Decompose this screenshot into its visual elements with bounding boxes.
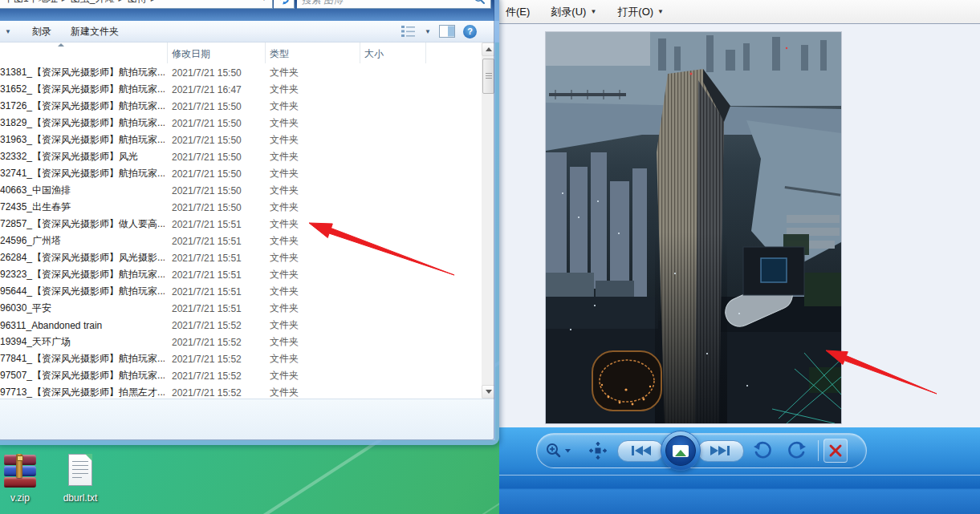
file-type: 文件夹 [270,234,350,248]
file-name: 72857_【资深风光摄影师】做人要高... [0,217,165,231]
file-date-modified: 2021/7/21 15:52 [172,370,262,382]
file-date-modified: 2021/7/21 15:51 [172,236,262,247]
rotate-counterclockwise-button[interactable] [744,441,781,460]
scroll-down-button[interactable] [482,385,495,399]
play-slideshow-button[interactable] [661,431,701,471]
preview-pane-icon[interactable] [439,25,455,38]
file-name: 26284_【资深风光摄影师】风光摄影... [0,251,165,265]
file-row[interactable]: 96311_Abandoned train 2021/7/21 15:52 文件… [0,317,482,334]
file-name: 97507_【资深风光摄影师】航拍玩家... [0,369,165,382]
previous-button[interactable] [617,440,664,462]
search-box [297,0,491,9]
column-header-type[interactable]: 类型 [270,47,289,61]
file-name: 31381_【资深风光摄影师】航拍玩家... [0,66,165,79]
views-icon[interactable] [401,25,417,38]
command-bar: ▼ 刻录 新建文件夹 ▼ ? [0,21,499,42]
scrollbar[interactable] [482,42,495,399]
file-date-modified: 2021/7/21 15:51 [172,253,262,264]
breadcrumb[interactable]: 下图1个地址 ▶ 图虫_外滩 ▶ 图博 ▶ ▼ [0,0,273,9]
file-row[interactable]: 97507_【资深风光摄影师】航拍玩家... 2021/7/21 15:52 文… [0,367,482,384]
file-type: 文件夹 [270,116,350,130]
file-date-modified: 2021/7/21 15:51 [172,303,262,314]
file-row[interactable]: 32741_【资深风光摄影师】航拍玩家... 2021/7/21 15:50 文… [0,165,482,182]
search-icon[interactable] [474,0,486,5]
desktop-icon-vzip[interactable]: v.zip [0,454,50,504]
file-row[interactable]: 77841_【资深风光摄影师】航拍玩家... 2021/7/21 15:52 文… [0,350,482,367]
breadcrumb-item-root[interactable]: 下图1个地址 [2,0,60,6]
file-date-modified: 2021/7/21 15:52 [172,320,262,331]
scrollbar-thumb[interactable] [482,59,494,94]
file-row[interactable]: 96030_平安 2021/7/21 15:51 文件夹 [0,300,482,317]
details-pane [0,399,495,440]
chevron-down-icon [564,448,571,453]
file-row[interactable]: 19394_天环广场 2021/7/21 15:52 文件夹 [0,334,482,350]
file-date-modified: 2021/7/21 16:47 [172,84,262,95]
file-type: 文件夹 [270,268,350,281]
file-type: 文件夹 [270,352,350,366]
breadcrumb-arrow-icon[interactable]: ▶ [149,0,157,2]
file-row[interactable]: 32332_【资深风光摄影师】风光 2021/7/21 15:50 文件夹 [0,148,482,165]
file-row[interactable]: 31381_【资深风光摄影师】航拍玩家... 2021/7/21 15:50 文… [0,64,482,81]
desktop-icon-label: dburl.txt [51,492,110,504]
address-glass-strip: 下图1个地址 ▶ 图虫_外滩 ▶ 图博 ▶ ▼ [0,0,499,21]
zoom-button[interactable] [537,442,579,459]
address-history-chevron-icon[interactable]: ▼ [256,0,272,2]
file-row[interactable]: 95644_【资深风光摄影师】航拍玩家... 2021/7/21 15:51 文… [0,283,482,300]
search-input[interactable] [297,0,474,7]
file-name: 96030_平安 [0,302,165,315]
slideshow-icon [665,435,696,466]
breadcrumb-arrow-icon[interactable]: ▶ [117,0,125,2]
file-date-modified: 2021/7/21 15:50 [172,152,262,163]
file-type: 文件夹 [270,285,350,298]
file-row[interactable]: 72435_出生春笋 2021/7/21 15:50 文件夹 [0,199,482,216]
breadcrumb-arrow-icon[interactable]: ▶ [60,0,68,2]
text-file-icon [63,454,98,489]
file-list: 修改日期 类型 大小 31381_【资深风光摄影师】航拍玩家... 2021/7… [0,42,495,399]
file-type: 文件夹 [270,335,350,349]
breadcrumb-item-current[interactable]: 图博 [125,0,149,6]
fit-to-window-button[interactable] [579,442,617,459]
file-row[interactable]: 31829_【资深风光摄影师】航拍玩家... 2021/7/21 15:50 文… [0,115,482,132]
file-type: 文件夹 [270,150,350,164]
file-type: 文件夹 [270,133,350,147]
file-date-modified: 2021/7/21 15:50 [172,101,262,112]
file-type: 文件夹 [270,386,350,399]
explorer-window: 下图1个地址 ▶ 图虫_外滩 ▶ 图博 ▶ ▼ ▼ 刻录 新建文件夹 ▼ ? [0,0,499,445]
desktop-icon-dburl[interactable]: dburl.txt [51,454,110,504]
organize-chevron-icon[interactable]: ▼ [0,28,11,35]
refresh-button[interactable] [274,0,295,9]
burn-button[interactable]: 刻录 [22,25,61,38]
views-chevron-icon[interactable]: ▼ [425,28,431,35]
column-header-size[interactable]: 大小 [364,47,384,61]
file-row[interactable]: 97713_【资深风光摄影师】拍黑左才... 2021/7/21 15:52 文… [0,384,482,399]
file-row[interactable]: 72857_【资深风光摄影师】做人要高... 2021/7/21 15:51 文… [0,216,482,233]
new-folder-button[interactable]: 新建文件夹 [61,25,128,38]
column-header-date[interactable]: 修改日期 [172,47,210,61]
file-date-modified: 2021/7/21 15:50 [172,118,262,129]
file-name: 40663_中国渔排 [0,184,165,197]
file-date-modified: 2021/7/21 15:50 [172,185,262,196]
file-row[interactable]: 31963_【资深风光摄影师】航拍玩家... 2021/7/21 15:50 文… [0,132,482,148]
next-button[interactable] [697,440,744,462]
file-row[interactable]: 92323_【资深风光摄影师】航拍玩家... 2021/7/21 15:51 文… [0,266,482,283]
file-row[interactable]: 31726_【资深风光摄影师】航拍玩家... 2021/7/21 15:50 文… [0,98,482,115]
rotate-clockwise-button[interactable] [781,441,813,460]
file-row[interactable]: 26284_【资深风光摄影师】风光摄影... 2021/7/21 15:51 文… [0,249,482,266]
menu-burn[interactable]: 刻录(U)▼ [551,5,596,19]
menu-email[interactable]: 件(E) [506,5,530,19]
menu-open[interactable]: 打开(O)▼ [617,5,664,19]
delete-button[interactable] [823,439,848,463]
file-name: 95644_【资深风光摄影师】航拍玩家... [0,285,165,298]
scroll-up-button[interactable] [482,42,495,56]
photo-city-aerial [546,32,841,423]
file-name: 97713_【资深风光摄影师】拍黑左才... [0,386,165,399]
file-row[interactable]: 40663_中国渔排 2021/7/21 15:50 文件夹 [0,182,482,199]
photo-viewer-control-area [499,427,980,514]
file-row[interactable]: 31652_【资深风光摄影师】航拍玩家... 2021/7/21 16:47 文… [0,81,482,98]
help-icon[interactable]: ? [463,25,477,38]
file-name: 31726_【资深风光摄影师】航拍玩家... [0,99,165,113]
file-type: 文件夹 [270,369,350,382]
file-row[interactable]: 24596_广州塔 2021/7/21 15:51 文件夹 [0,233,482,249]
breadcrumb-item-parent[interactable]: 图虫_外滩 [68,0,117,6]
file-name: 31652_【资深风光摄影师】航拍玩家... [0,83,165,96]
